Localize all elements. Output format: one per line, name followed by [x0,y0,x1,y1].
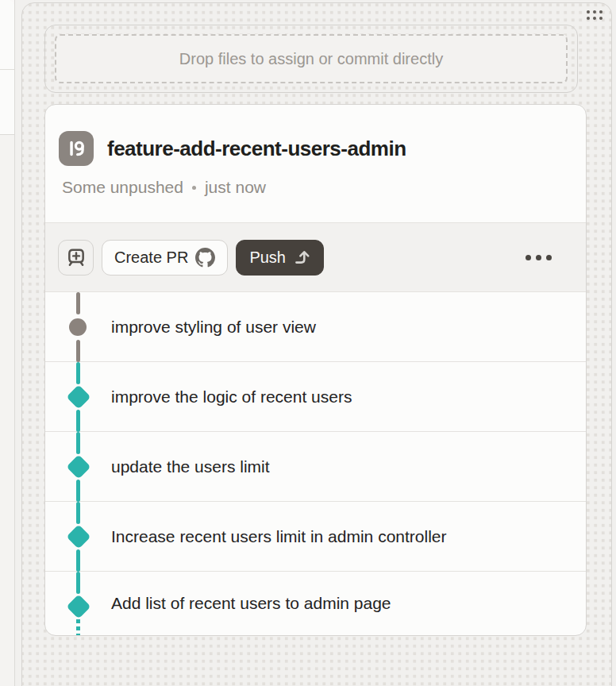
commit-message[interactable]: improve styling of user view [111,318,316,337]
branch-icon [59,131,94,166]
create-pr-button[interactable]: Create PR [102,240,228,276]
timeline-dashed-tail [76,619,80,636]
pushed-commit-marker [66,594,90,619]
commit-message[interactable]: Increase recent users limit in admin con… [111,527,447,546]
commit-row[interactable]: improve the logic of recent users [45,362,586,432]
branch-menu-button[interactable] [522,249,555,267]
push-button[interactable]: Push [236,240,324,276]
drop-zone-label: Drop files to assign or commit directly [179,50,443,68]
branch-name[interactable]: feature-add-recent-users-admin [107,137,406,161]
adjacent-lane-fragment [0,135,14,686]
branch-lane: Drop files to assign or commit directly … [21,2,612,686]
branch-toolbar: Create PR Push [45,222,586,292]
pushed-commit-marker [66,384,90,409]
pushed-commit-marker [66,454,90,479]
status-separator-dot [192,186,196,190]
branch-card-header: feature-add-recent-users-admin Some unpu… [45,105,586,222]
commit-row[interactable]: update the users limit [45,432,586,502]
create-pr-label: Create PR [114,249,188,267]
adjacent-lane-edge [0,0,15,686]
pushed-commit-marker [66,524,90,549]
file-drop-zone[interactable]: Drop files to assign or commit directly [44,25,578,93]
arrow-up-icon [293,249,310,266]
new-commit-button[interactable] [58,240,94,276]
branch-status: Some unpushed just now [59,178,572,197]
adjacent-card-fragment [0,70,14,135]
local-commit-marker [69,318,87,336]
last-commit-time: just now [205,178,266,197]
commit-add-icon [66,247,87,268]
ellipsis-icon [526,255,531,260]
commit-list: improve styling of user view improve the… [45,292,586,635]
commit-row[interactable]: Increase recent users limit in admin con… [45,502,586,572]
push-status-text: Some unpushed [62,178,183,197]
branch-card: feature-add-recent-users-admin Some unpu… [44,104,587,636]
file-drop-target[interactable]: Drop files to assign or commit directly [55,34,568,83]
adjacent-card-fragment [0,0,14,70]
commit-row[interactable]: improve styling of user view [45,292,586,362]
lane-drag-handle-icon[interactable] [587,10,603,20]
commit-row[interactable]: Add list of recent users to admin page [45,572,586,635]
commit-message[interactable]: improve the logic of recent users [111,387,352,407]
commit-message[interactable]: Add list of recent users to admin page [111,594,391,613]
github-icon [195,248,215,268]
commit-message[interactable]: update the users limit [111,457,270,476]
push-label: Push [249,249,286,267]
